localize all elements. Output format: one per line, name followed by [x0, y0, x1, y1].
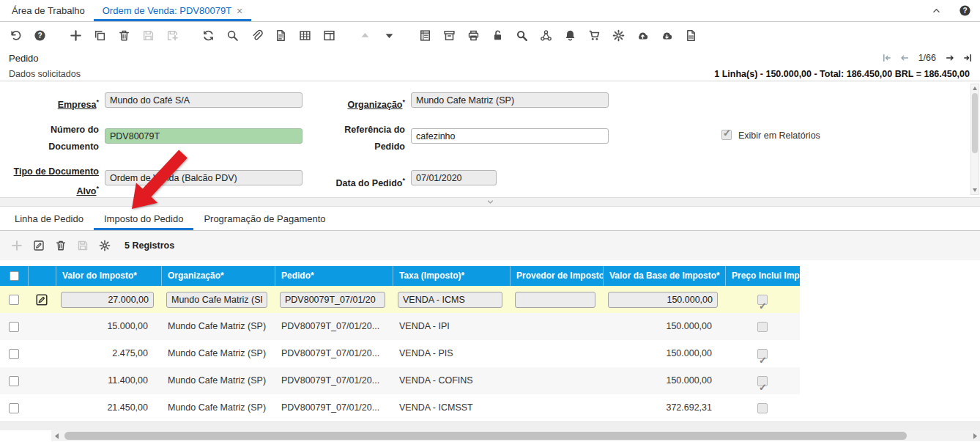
row-select-checkbox[interactable] [9, 295, 19, 305]
grid-delete-icon[interactable] [50, 235, 72, 256]
cell-input-valor-imposto[interactable] [61, 292, 154, 308]
row-select-checkbox[interactable] [9, 322, 19, 332]
last-record-icon[interactable] [962, 53, 973, 63]
process-icon[interactable] [606, 23, 631, 47]
record-count: 5 Registros [125, 240, 174, 251]
pos-cart-icon[interactable] [582, 23, 606, 47]
refresh-icon[interactable] [196, 23, 220, 47]
panel-splitter[interactable] [0, 197, 980, 207]
new-record-icon[interactable] [64, 23, 88, 47]
row-select-checkbox[interactable] [9, 349, 19, 359]
csv-file-icon[interactable] [679, 23, 703, 47]
detail-tab-imposto-do-pedido[interactable]: Imposto do Pedido [94, 207, 193, 230]
row-select-checkbox[interactable] [9, 403, 19, 413]
report-icon[interactable] [413, 23, 437, 47]
column-header-valor-da-base-de-imposto[interactable]: Valor da Base de Imposto* [603, 266, 725, 286]
cell-taxa [393, 286, 510, 313]
column-header-pedido[interactable]: Pedido* [275, 266, 393, 286]
cell-base: 150.000,00 [603, 340, 725, 367]
cell-taxa: VENDA - ICMSST [393, 394, 510, 421]
grid-customize-icon[interactable] [94, 235, 116, 256]
undo-icon[interactable] [4, 23, 28, 47]
notifications-icon[interactable] [558, 23, 582, 47]
global-help-icon[interactable] [959, 4, 971, 17]
select-all-checkbox[interactable] [10, 271, 19, 281]
previous-record-icon[interactable] [899, 53, 910, 63]
record-position: 1/66 [918, 53, 936, 63]
empresa-label[interactable]: Empresa* [0, 94, 99, 114]
tipo-documento-alvo-label[interactable]: Tipo de DocumentoAlvo* [0, 163, 99, 200]
scrollbar-thumb[interactable] [972, 93, 978, 153]
detail-record-icon[interactable] [377, 23, 401, 47]
column-header-taxa-imposto[interactable]: Taxa (Imposto)* [393, 266, 510, 286]
scroll-down-icon[interactable] [973, 188, 977, 192]
tax-table-body: 15.000,00Mundo Cafe Matriz (SP)PDV80079T… [0, 286, 800, 421]
cell-input-organizacao[interactable] [166, 292, 267, 308]
cell-pedido: PDV80079T_07/01/20... [275, 394, 393, 421]
help-icon[interactable] [28, 23, 52, 47]
cell-input-base[interactable] [608, 292, 718, 308]
scroll-right-icon[interactable] [970, 430, 980, 441]
tab-ordem-de-venda[interactable]: Ordem de Venda: PDV80079T × [94, 0, 252, 21]
organizacao-label[interactable]: Organização* [308, 94, 405, 114]
referencia-pedido-field[interactable] [411, 128, 609, 144]
column-header-provedor-de-impostos[interactable]: Provedor de Impostos [510, 266, 603, 286]
cell-organizacao: Mundo Cafe Matriz (SP) [161, 367, 275, 394]
chat-notes-icon[interactable] [269, 23, 293, 47]
import-cloud-icon[interactable] [655, 23, 679, 47]
scroll-up-icon[interactable] [973, 86, 977, 90]
grid-toggle-icon[interactable] [293, 23, 317, 47]
horizontal-scrollbar[interactable] [51, 430, 980, 441]
edit-row-icon[interactable] [35, 293, 48, 306]
scroll-left-icon[interactable] [51, 430, 62, 441]
cell-valor-imposto [56, 286, 161, 313]
cell-taxa: VENDA - PIS [393, 340, 510, 367]
tax-row-3[interactable]: 2.475,00Mundo Cafe Matriz (SP)PDV80079T_… [0, 340, 800, 367]
column-header-preco-inclui-imposto[interactable]: Preço Inclui Imposto [725, 266, 800, 286]
tax-table: Valor do Imposto*Organização*Pedido*Taxa… [0, 266, 980, 421]
title-row: Pedido 1/66 [0, 48, 980, 67]
form-vertical-scrollbar[interactable] [970, 84, 979, 195]
cell-taxa: VENDA - IPI [393, 313, 510, 340]
cell-input-provedor[interactable] [515, 292, 595, 308]
archive-icon[interactable] [437, 23, 461, 47]
tab-area-de-trabalho[interactable]: Área de Trabalho [3, 0, 94, 21]
section-title: Dados solicitados [9, 69, 81, 79]
attachment-icon[interactable] [245, 23, 269, 47]
tax-row-5[interactable]: 21.450,00Mundo Cafe Matriz (SP)PDV80079T… [0, 394, 800, 421]
print-icon[interactable] [461, 23, 486, 47]
tax-row-2[interactable]: 15.000,00Mundo Cafe Matriz (SP)PDV80079T… [0, 313, 800, 340]
first-record-icon[interactable] [882, 53, 892, 63]
preco-inclui-imposto-checkbox [757, 322, 768, 332]
cell-organizacao: Mundo Cafe Matriz (SP) [161, 394, 275, 421]
copy-record-icon[interactable] [88, 23, 112, 47]
cell-base [603, 286, 725, 313]
detail-tab-programacao-de-pagamento[interactable]: Programação de Pagamento [193, 207, 335, 230]
grid-edit-icon[interactable] [28, 235, 50, 256]
column-header-valor-do-imposto[interactable]: Valor do Imposto* [56, 266, 161, 286]
detail-layout-icon[interactable] [317, 23, 341, 47]
lock-icon[interactable] [486, 23, 510, 47]
hscrollbar-thumb[interactable] [64, 432, 907, 440]
cell-input-taxa[interactable] [398, 292, 502, 308]
tax-row-1[interactable] [0, 286, 800, 313]
delete-record-icon[interactable] [112, 23, 136, 47]
zoom-across-icon[interactable] [510, 23, 534, 47]
cell-provedor [510, 394, 603, 421]
close-tab-icon[interactable]: × [237, 6, 242, 16]
cell-input-pedido[interactable] [280, 292, 385, 308]
export-cloud-icon[interactable] [631, 23, 655, 47]
tax-row-4[interactable]: 11.400,00Mundo Cafe Matriz (SP)PDV80079T… [0, 367, 800, 394]
collapse-chevron-icon[interactable] [932, 6, 941, 15]
main-toolbar [0, 22, 980, 48]
save-icon [136, 23, 160, 47]
preco-inclui-imposto-checkbox [757, 349, 768, 359]
row-select-checkbox[interactable] [9, 376, 19, 386]
next-record-icon[interactable] [945, 53, 955, 63]
detail-tab-linha-de-pedido[interactable]: Linha de Pedido [4, 207, 94, 230]
find-icon[interactable] [220, 23, 245, 47]
numero-documento-field[interactable] [105, 128, 302, 144]
cell-provedor [510, 313, 603, 340]
workflow-icon[interactable] [534, 23, 558, 47]
column-header-organizacao[interactable]: Organização* [161, 266, 275, 286]
